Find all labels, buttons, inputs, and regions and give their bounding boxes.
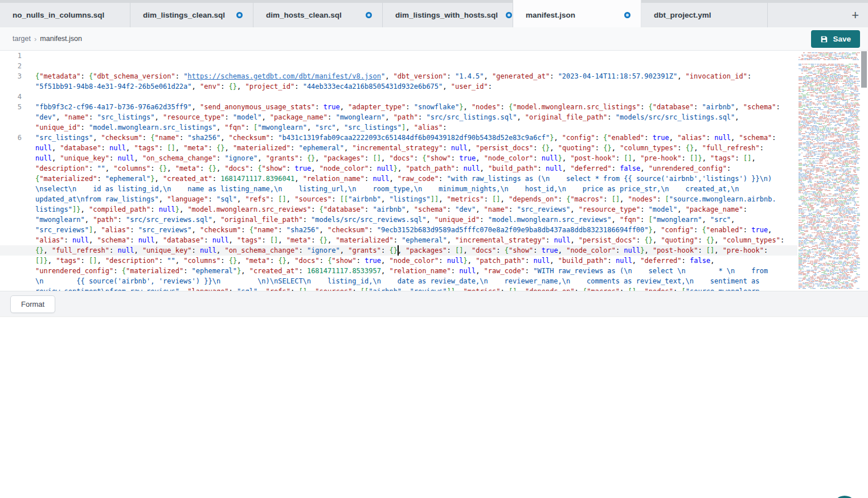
line-number bbox=[0, 215, 35, 225]
code-text: "fbb9f3c2-cf96-4a17-b736-976a62d35ff9", … bbox=[35, 102, 780, 112]
tab-label: dbt_project.yml bbox=[654, 11, 711, 19]
code-text: \n {{ source('airbnb', 'reviews') }}\n \… bbox=[35, 276, 760, 286]
code-lines: 123{"metadata": {"dbt_schema_version": "… bbox=[0, 51, 803, 291]
ide-window: no_nulls_in_columns.sqldim_listings_clea… bbox=[0, 0, 868, 498]
tab-dim-listings-with-hosts-sql[interactable]: dim_listings_with_hosts.sql bbox=[383, 3, 513, 27]
line-number bbox=[0, 184, 35, 194]
tab-dim-listings-clean-sql[interactable]: dim_listings_clean.sql bbox=[130, 3, 253, 27]
line-number bbox=[0, 174, 35, 184]
code-line[interactable]: "unrendered_config": {"materialized": "e… bbox=[0, 266, 803, 276]
minimap[interactable] bbox=[797, 51, 860, 291]
code-text: "unrendered_config": {"materialized": "e… bbox=[35, 266, 768, 276]
line-number bbox=[0, 276, 35, 286]
code-line[interactable]: "alias": null, "schema": null, "database… bbox=[0, 235, 803, 245]
save-button[interactable]: Save bbox=[811, 30, 860, 48]
code-text: "src_listings", "checksum": {"name": "sh… bbox=[35, 133, 776, 143]
line-number: 5 bbox=[0, 102, 35, 112]
unsaved-changes-dot[interactable] bbox=[236, 12, 243, 18]
unsaved-changes-dot[interactable] bbox=[366, 12, 372, 18]
results-pane bbox=[0, 316, 868, 498]
code-line[interactable]: "src_reviews"], "alias": "src_reviews", … bbox=[0, 225, 803, 235]
tabs-container: no_nulls_in_columns.sqldim_listings_clea… bbox=[0, 3, 768, 27]
code-line[interactable]: listings"]}, "compiled_path": null}, "mo… bbox=[0, 204, 803, 215]
unsaved-changes-dot[interactable] bbox=[624, 12, 630, 18]
code-line[interactable]: 6"src_listings", "checksum": {"name": "s… bbox=[0, 133, 803, 143]
code-line[interactable]: "dev", "name": "src_listings", "resource… bbox=[0, 112, 803, 122]
line-number bbox=[0, 245, 35, 256]
breadcrumb-item-target[interactable]: target bbox=[13, 35, 31, 43]
chevron-right-icon: › bbox=[34, 35, 36, 43]
format-bar: Format bbox=[0, 291, 868, 316]
line-number bbox=[0, 235, 35, 245]
tab-bar-spacer: + bbox=[768, 3, 868, 27]
code-text: listings"]}, "compiled_path": null}, "mo… bbox=[35, 204, 747, 215]
code-line[interactable]: 3{"metadata": {"dbt_schema_version": "ht… bbox=[0, 71, 803, 81]
code-text: null, "database": null, "tags": [], "met… bbox=[35, 143, 764, 153]
code-line[interactable]: \nselect\n id as listing_id,\n name as l… bbox=[0, 184, 803, 194]
code-text: "dev", "name": "src_listings", "resource… bbox=[35, 112, 739, 122]
breadcrumb-item-file: manifest.json bbox=[40, 35, 82, 43]
code-text: "5f51bb91-94b8-4e31-94f2-26b5e061d22a", … bbox=[35, 81, 492, 92]
line-number bbox=[0, 153, 35, 163]
line-number bbox=[0, 112, 35, 122]
format-button[interactable]: Format bbox=[10, 295, 55, 313]
tab-label: manifest.json bbox=[526, 11, 575, 19]
code-text: "mwonglearn", "path": "src/src_reviews.s… bbox=[35, 215, 735, 225]
line-number bbox=[0, 225, 35, 235]
scrollbar-thumb[interactable] bbox=[861, 51, 867, 88]
code-text: "unique_id": "model.mwonglearn.src_listi… bbox=[35, 122, 447, 133]
tab-label: dim_listings_clean.sql bbox=[143, 11, 225, 19]
line-number: 4 bbox=[0, 92, 35, 102]
line-number bbox=[0, 194, 35, 204]
code-text: "description": "", "columns": {}, "meta"… bbox=[35, 163, 731, 174]
breadcrumb: target › manifest.json bbox=[0, 35, 82, 43]
tab-dim-hosts-clean-sql[interactable]: dim_hosts_clean.sql bbox=[253, 3, 383, 27]
line-number bbox=[0, 204, 35, 215]
code-line[interactable]: []}, "tags": [], "description": "", "col… bbox=[0, 256, 803, 266]
text-cursor bbox=[398, 245, 399, 256]
code-text: "alias": null, "schema": null, "database… bbox=[35, 235, 784, 245]
line-number bbox=[0, 143, 35, 153]
breadcrumb-bar: target › manifest.json Save bbox=[0, 27, 868, 51]
tab-dbt-project-yml[interactable]: dbt_project.yml bbox=[641, 3, 768, 27]
line-number bbox=[0, 266, 35, 276]
code-line[interactable]: review_sentiment\nfrom raw_reviews", "la… bbox=[0, 286, 803, 291]
tab-no-nulls-in-columns-sql[interactable]: no_nulls_in_columns.sql bbox=[0, 3, 130, 27]
line-number: 1 bbox=[0, 51, 35, 61]
code-text: {"materialized": "ephemeral"}, "created_… bbox=[35, 174, 772, 184]
code-text: \nselect\n id as listing_id,\n name as l… bbox=[35, 184, 739, 194]
code-line[interactable]: "description": "", "columns": {}, "meta"… bbox=[0, 163, 803, 174]
vertical-scrollbar bbox=[860, 51, 868, 291]
tab-label: no_nulls_in_columns.sql bbox=[13, 11, 104, 19]
code-text: null, "unique_key": null, "on_schema_cha… bbox=[35, 153, 756, 163]
code-editor[interactable]: 123{"metadata": {"dbt_schema_version": "… bbox=[0, 51, 868, 291]
code-line[interactable]: updated_at\nfrom raw_listings", "languag… bbox=[0, 194, 803, 204]
code-text: updated_at\nfrom raw_listings", "languag… bbox=[35, 194, 776, 204]
line-number: 2 bbox=[0, 61, 35, 71]
tab-label: dim_listings_with_hosts.sql bbox=[395, 11, 498, 19]
code-line[interactable]: 2 bbox=[0, 61, 803, 71]
line-number bbox=[0, 122, 35, 133]
code-line[interactable]: 4 bbox=[0, 92, 803, 102]
code-line[interactable]: null, "unique_key": null, "on_schema_cha… bbox=[0, 153, 803, 163]
code-line[interactable]: "mwonglearn", "path": "src/src_reviews.s… bbox=[0, 215, 803, 225]
tab-bar: no_nulls_in_columns.sqldim_listings_clea… bbox=[0, 0, 868, 27]
line-number bbox=[0, 286, 35, 291]
code-text: review_sentiment\nfrom raw_reviews", "la… bbox=[35, 286, 764, 291]
code-line[interactable]: "unique_id": "model.mwonglearn.src_listi… bbox=[0, 122, 803, 133]
plus-icon[interactable]: + bbox=[842, 9, 868, 22]
code-text: []}, "tags": [], "description": "", "col… bbox=[35, 256, 714, 266]
line-number bbox=[0, 256, 35, 266]
code-line[interactable]: {}, "full_refresh": null, "unique_key": … bbox=[0, 245, 803, 256]
code-line[interactable]: 1 bbox=[0, 51, 803, 61]
unsaved-changes-dot[interactable] bbox=[506, 12, 512, 18]
tab-manifest-json[interactable]: manifest.json bbox=[513, 0, 641, 27]
code-line[interactable]: \n {{ source('airbnb', 'reviews') }}\n \… bbox=[0, 276, 803, 286]
save-button-label: Save bbox=[833, 35, 851, 43]
line-number bbox=[0, 81, 35, 92]
code-line[interactable]: {"materialized": "ephemeral"}, "created_… bbox=[0, 174, 803, 184]
line-number: 6 bbox=[0, 133, 35, 143]
code-line[interactable]: 5"fbb9f3c2-cf96-4a17-b736-976a62d35ff9",… bbox=[0, 102, 803, 112]
code-line[interactable]: null, "database": null, "tags": [], "met… bbox=[0, 143, 803, 153]
code-line[interactable]: "5f51bb91-94b8-4e31-94f2-26b5e061d22a", … bbox=[0, 81, 803, 92]
